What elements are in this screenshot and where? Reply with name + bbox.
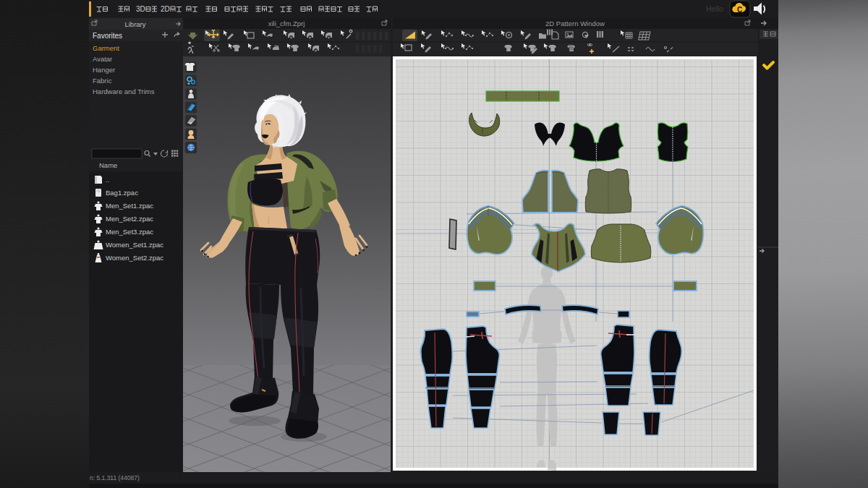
svg-text:Men_Set2.zpac: Men_Set2.zpac — [106, 215, 153, 223]
svg-text:Hello: Hello — [706, 4, 723, 13]
svg-text:Bag1.zpac: Bag1.zpac — [106, 189, 138, 197]
svg-text:xili_cfm.Zprj: xili_cfm.Zprj — [268, 20, 305, 27]
svg-text:Name: Name — [99, 161, 117, 169]
svg-text:Men_Set1.zpac: Men_Set1.zpac — [106, 202, 153, 210]
svg-text:Women_Set1.zpac: Women_Set1.zpac — [106, 241, 163, 249]
svg-text:Hardware and Trims: Hardware and Trims — [93, 87, 155, 95]
svg-text:Women_Set2.zpac: Women_Set2.zpac — [106, 254, 163, 262]
svg-text:Garment: Garment — [93, 44, 119, 52]
svg-text:Library: Library — [124, 20, 145, 28]
svg-text:C: C — [737, 6, 742, 14]
svg-text:Avatar: Avatar — [93, 55, 112, 63]
svg-text:Hanger: Hanger — [93, 66, 115, 74]
svg-text:Favorites: Favorites — [93, 32, 122, 40]
svg-text:..: .. — [106, 176, 109, 184]
svg-text:3D: 3D — [136, 5, 145, 13]
svg-text:2D: 2D — [161, 5, 170, 13]
svg-text:2D Pattern Window: 2D Pattern Window — [545, 20, 605, 27]
svg-text:Fabric: Fabric — [93, 77, 112, 85]
svg-text:Men_Set3.zpac: Men_Set3.zpac — [106, 228, 153, 236]
